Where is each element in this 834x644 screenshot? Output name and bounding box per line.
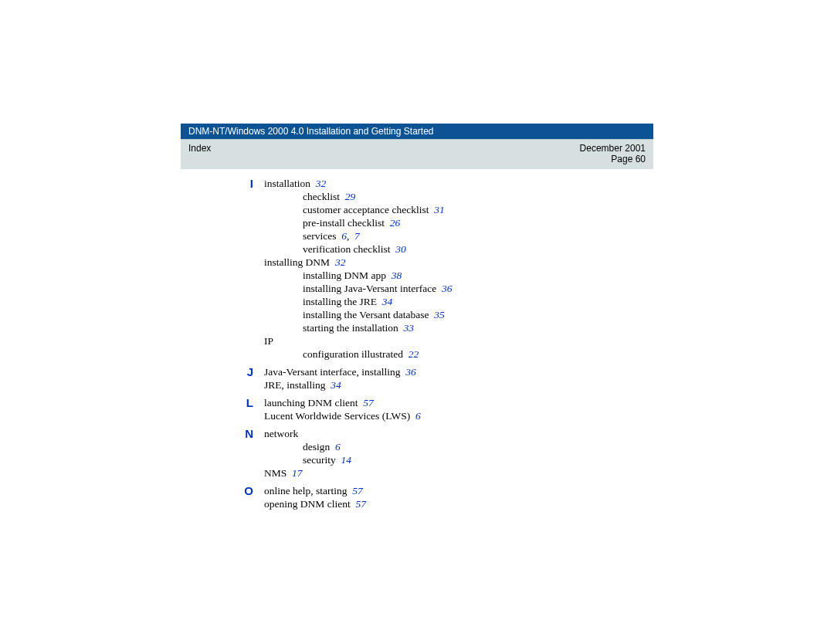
doc-date: December 2001	[580, 143, 646, 154]
index-entry: IP	[264, 334, 452, 347]
index-entry: configuration illustrated 22	[264, 347, 452, 361]
index-entry: online help, starting 57	[264, 484, 366, 497]
section-letter: L	[181, 396, 264, 409]
index-entry: installing the JRE 34	[264, 295, 452, 308]
section-entries: Java-Versant interface, installing 36 JR…	[264, 365, 416, 391]
section-letter: N	[181, 427, 264, 440]
section-entries: online help, starting 57 opening DNM cli…	[264, 484, 366, 510]
page-link[interactable]: 6	[415, 410, 421, 422]
index-entry: Lucent Worldwide Services (LWS) 6	[264, 409, 421, 422]
page-link[interactable]: 26	[390, 217, 401, 229]
index-entry: installing the Versant database 35	[264, 308, 452, 321]
index-entry: JRE, installing 34	[264, 378, 416, 391]
page-link[interactable]: 57	[352, 485, 363, 497]
page-link[interactable]: 57	[363, 397, 374, 408]
index-entry: opening DNM client 57	[264, 497, 366, 510]
page-link[interactable]: 29	[345, 191, 356, 202]
index-entry: installing Java-Versant interface 36	[264, 282, 452, 295]
page-link[interactable]: 22	[409, 348, 419, 360]
page-link[interactable]: 31	[434, 204, 445, 215]
page-link[interactable]: 30	[395, 243, 406, 255]
index-section-J: J Java-Versant interface, installing 36 …	[181, 365, 653, 391]
index-section-L: L launching DNM client 57 Lucent Worldwi…	[181, 396, 653, 422]
page-link[interactable]: 36	[405, 366, 416, 378]
meta-left: Index	[188, 143, 211, 164]
page-link[interactable]: 35	[434, 309, 445, 320]
index-entry: pre-install checklist 26	[264, 216, 452, 229]
page-link[interactable]: 34	[331, 379, 341, 391]
page-link[interactable]: 34	[382, 296, 393, 307]
page-link[interactable]: 17	[292, 467, 303, 479]
page-link[interactable]: 32	[316, 178, 327, 189]
index-entry: verification checklist 30	[264, 242, 452, 256]
title-bar: DNM-NT/Windows 2000 4.0 Installation and…	[181, 124, 653, 139]
section-letter: J	[181, 365, 264, 378]
page-link[interactable]: 6	[335, 441, 341, 452]
index-entry: installing DNM 32	[264, 256, 452, 269]
page-link[interactable]: 57	[355, 498, 366, 510]
index-entry: checklist 29	[264, 190, 452, 203]
index-entry: network	[264, 427, 351, 440]
section-entries: launching DNM client 57 Lucent Worldwide…	[264, 396, 421, 422]
section-entries: installation 32 checklist 29 customer ac…	[264, 177, 452, 361]
index-body: I installation 32 checklist 29 customer …	[181, 169, 653, 510]
index-entry: installing DNM app 38	[264, 269, 452, 282]
page-link[interactable]: 36	[442, 283, 453, 294]
document-page: DNM-NT/Windows 2000 4.0 Installation and…	[181, 124, 653, 515]
section-letter: O	[181, 484, 264, 497]
index-entry: starting the installation 33	[264, 321, 452, 334]
page-link[interactable]: 6	[341, 230, 347, 242]
meta-bar: Index December 2001 Page 60	[181, 139, 653, 169]
section-letter: I	[181, 177, 264, 190]
doc-title: DNM-NT/Windows 2000 4.0 Installation and…	[188, 126, 433, 137]
page-link[interactable]: 32	[335, 256, 346, 268]
section-entries: network design 6 security 14 NMS 17	[264, 427, 351, 480]
index-entry: design 6	[264, 440, 351, 453]
index-entry: customer acceptance checklist 31	[264, 203, 452, 216]
index-entry: Java-Versant interface, installing 36	[264, 365, 416, 378]
index-section-I: I installation 32 checklist 29 customer …	[181, 177, 653, 361]
doc-page-number: Page 60	[580, 154, 646, 164]
index-section-O: O online help, starting 57 opening DNM c…	[181, 484, 653, 510]
index-entry: services 6, 7	[264, 229, 452, 242]
index-entry: launching DNM client 57	[264, 396, 421, 409]
index-section-N: N network design 6 security 14 NMS 17	[181, 427, 653, 480]
index-entry: security 14	[264, 453, 351, 466]
page-link[interactable]: 14	[341, 454, 352, 466]
page-link[interactable]: 38	[392, 269, 402, 281]
page-link[interactable]: 7	[354, 230, 360, 242]
index-entry: installation 32	[264, 177, 452, 190]
index-entry: NMS 17	[264, 466, 351, 480]
meta-right: December 2001 Page 60	[580, 143, 646, 164]
page-link[interactable]: 33	[403, 322, 414, 334]
